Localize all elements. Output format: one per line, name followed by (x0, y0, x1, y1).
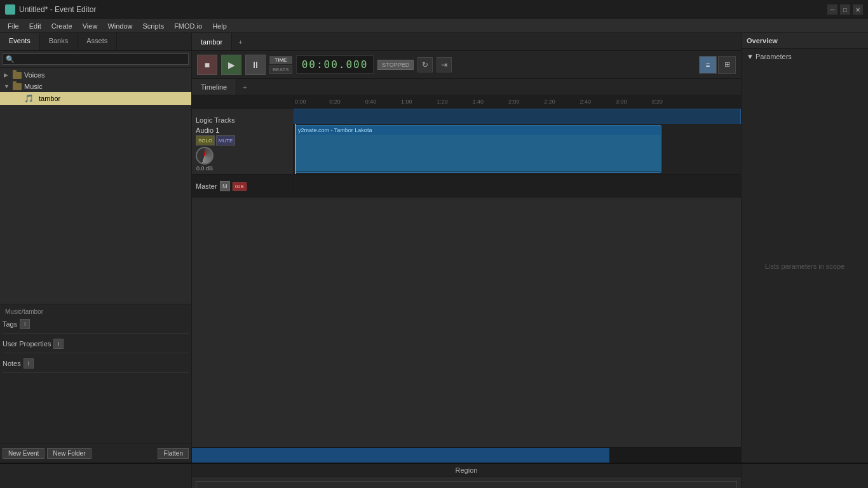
loop-button[interactable]: ↻ (417, 57, 433, 72)
new-event-button[interactable]: New Event (3, 448, 44, 459)
flatten-button[interactable]: Flatten (158, 448, 189, 459)
add-timeline-tab-button[interactable]: + (236, 81, 253, 93)
pause-button[interactable]: ⏸ (245, 55, 266, 75)
overview-panel: Overview ▼ Parameters Lists parameters i… (741, 33, 868, 463)
mute-button[interactable]: MUTE (216, 135, 235, 146)
left-panel: Events Banks Assets ▶ Voices ▼ Music 🎵 t (0, 33, 192, 463)
bottom-section: Region Transition Conditions Mode AND OR (0, 463, 868, 488)
tab-events[interactable]: Events (0, 33, 40, 50)
time-mode-time[interactable]: TIME (269, 56, 292, 64)
overview-title: Overview (742, 33, 868, 49)
tree-item-voices[interactable]: ▶ Voices (0, 69, 191, 81)
folder-icon-voices (13, 72, 22, 79)
grid-view-button[interactable]: ⊞ (718, 56, 736, 74)
titlebar-left: Untitled* - Event Editor (5, 4, 96, 15)
left-bottom-bar: New Event New Folder Flatten (0, 444, 191, 463)
titlebar-title: Untitled* - Event Editor (19, 5, 96, 14)
titlebar-controls[interactable]: ─ □ ✕ (827, 4, 863, 15)
audio-waveform (295, 135, 661, 171)
ruler-mark-220: 2:20 (544, 98, 555, 105)
tab-assets[interactable]: Assets (78, 33, 117, 50)
ruler-mark-240: 2:40 (580, 98, 592, 105)
ruler-mark-140: 1:40 (473, 98, 484, 105)
tags-row: Tags I (3, 319, 189, 329)
audio-block-title: y2mate.com - Tambor Lakota (295, 126, 661, 135)
tree-item-tambor[interactable]: 🎵 tambor (0, 92, 191, 105)
tree-arrow-music: ▼ (4, 83, 10, 90)
tree-item-music[interactable]: ▼ Music (0, 81, 191, 92)
notes-label: Notes (3, 360, 21, 367)
event-tree: ▶ Voices ▼ Music 🎵 tambor (0, 68, 191, 304)
folder-icon-music (13, 83, 22, 90)
ruler-mark-300: 3:00 (616, 98, 627, 105)
timeline-container: Timeline + 0:00 0:20 0:40 1:00 (192, 79, 741, 463)
audio-track-content[interactable]: y2mate.com - Tambor Lakota (294, 124, 741, 174)
minimize-button[interactable]: ─ (827, 4, 837, 15)
user-properties-label: User Properties (3, 340, 51, 348)
list-view-button[interactable]: ≡ (699, 56, 717, 74)
skip-button[interactable]: ⇥ (437, 57, 452, 72)
audio-track-name: Audio 1 (196, 126, 219, 134)
audio-track-row: Audio 1 SOLO MUTE 0.0 dB (192, 124, 741, 175)
main-container: Events Banks Assets ▶ Voices ▼ Music 🎵 t (0, 33, 868, 463)
menu-fmodio[interactable]: FMOD.io (169, 21, 207, 31)
ruler-label-spacer (192, 95, 294, 108)
progress-area[interactable] (192, 447, 741, 463)
timeline-empty-space (192, 198, 741, 447)
event-tab-tambor[interactable]: tambor (192, 33, 232, 50)
notes-edit-button[interactable]: I (24, 358, 34, 369)
parameters-section: ▼ Parameters (742, 49, 868, 69)
transport-bar: ■ ▶ ⏸ TIME BEATS 00:00.000 STOPPED ↻ ⇥ ≡… (192, 51, 741, 79)
time-mode-selector: TIME BEATS (269, 56, 292, 74)
tags-section: Tags I (3, 316, 189, 334)
app-icon (5, 4, 15, 15)
search-input[interactable] (3, 53, 189, 65)
stop-button[interactable]: ■ (197, 55, 217, 75)
menu-create[interactable]: Create (46, 21, 78, 31)
solo-button[interactable]: SOLO (196, 135, 215, 146)
audio-block[interactable]: y2mate.com - Tambor Lakota (295, 125, 661, 173)
tree-label-music: Music (24, 83, 43, 90)
time-mode-beats[interactable]: BEATS (269, 65, 292, 74)
tree-arrow-voices: ▶ (4, 72, 10, 78)
volume-knob[interactable] (196, 147, 214, 165)
bottom-left (0, 464, 192, 488)
play-button[interactable]: ▶ (221, 55, 241, 75)
menu-help[interactable]: Help (207, 21, 232, 31)
timeline-tab-main[interactable]: Timeline (192, 79, 236, 95)
master-m-button[interactable]: M (220, 181, 230, 191)
user-properties-edit-button[interactable]: I (53, 339, 64, 349)
maximize-button[interactable]: □ (840, 4, 850, 15)
parameters-header: ▼ Parameters (747, 53, 863, 60)
overview-bottom (741, 464, 868, 488)
ruler-mark-0: 0:00 (295, 98, 306, 105)
notes-row: Notes I (3, 358, 189, 369)
ruler-mark-100: 1:00 (401, 98, 412, 105)
user-properties-row: User Properties I (3, 339, 189, 349)
tab-banks[interactable]: Banks (40, 33, 78, 50)
master-track-content[interactable] (294, 175, 741, 198)
menu-window[interactable]: Window (102, 21, 137, 31)
parameters-hint: Lists parameters in scope (752, 250, 857, 283)
menu-edit[interactable]: Edit (24, 21, 46, 31)
notes-section: Notes I (3, 356, 189, 373)
master-track-name: Master (196, 182, 217, 190)
db-value: 0.0 dB (196, 165, 213, 172)
new-folder-button[interactable]: New Folder (47, 448, 91, 459)
view-buttons: ≡ ⊞ (699, 56, 736, 74)
master-db-button[interactable]: 0dB (233, 182, 247, 191)
ruler-mark-320: 3:20 (651, 98, 663, 105)
logic-track-name: Logic Tracks (196, 116, 235, 124)
menu-view[interactable]: View (78, 21, 103, 31)
master-track-label: Master M 0dB (192, 175, 294, 198)
close-button[interactable]: ✕ (853, 4, 863, 15)
prop-path: Music/tambor (3, 307, 189, 316)
tags-edit-button[interactable]: I (20, 319, 30, 329)
menu-file[interactable]: File (3, 21, 24, 31)
bottom-main: Region Transition Conditions Mode AND OR (192, 464, 741, 488)
ruler-mark-40: 0:40 (365, 98, 377, 105)
add-event-tab-button[interactable]: + (232, 36, 248, 48)
event-tabs: tambor + (192, 33, 741, 51)
menu-scripts[interactable]: Scripts (138, 21, 170, 31)
transition-panel: Transition Conditions Mode AND OR (196, 481, 737, 488)
